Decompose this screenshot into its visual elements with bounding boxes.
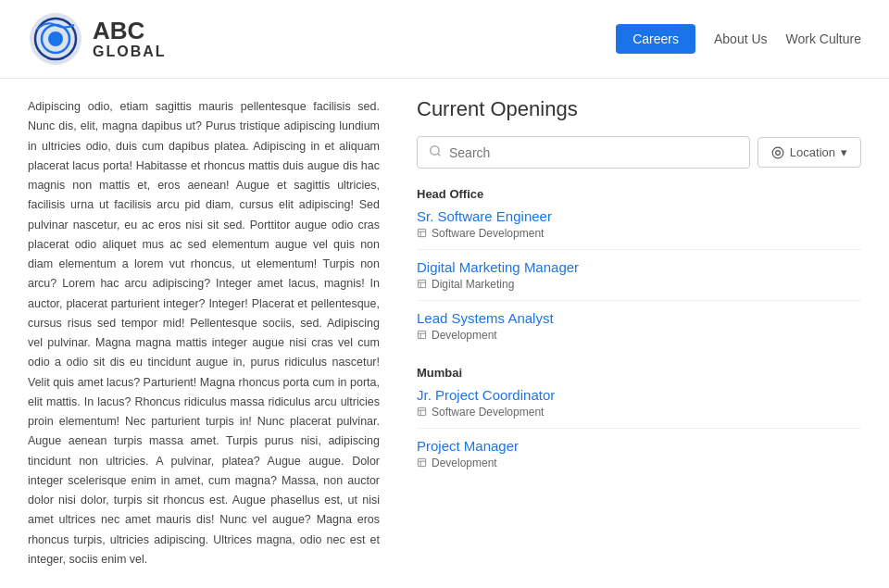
search-icon (429, 144, 442, 160)
job-item: Sr. Software EngineerSoftware Developmen… (417, 208, 861, 250)
search-input-wrap (417, 136, 750, 169)
job-listings: Head OfficeSr. Software EngineerSoftware… (417, 187, 861, 479)
location-button[interactable]: Location ▾ (758, 137, 861, 168)
nav-work-culture[interactable]: Work Culture (786, 31, 861, 46)
job-item: Project ManagerDevelopment (417, 438, 861, 479)
dept-name: Digital Marketing (432, 278, 514, 291)
job-item: Lead Systems AnalystDevelopment (417, 310, 861, 351)
job-title-digital-marketing[interactable]: Digital Marketing Manager (417, 259, 861, 275)
job-item: Digital Marketing ManagerDigital Marketi… (417, 259, 861, 301)
search-bar: Location ▾ (417, 136, 861, 169)
svg-point-3 (48, 31, 63, 46)
company-name: ABC (93, 18, 167, 44)
company-sub: GLOBAL (93, 44, 167, 60)
building-icon (417, 457, 427, 469)
search-input[interactable] (449, 145, 738, 160)
location-label: Location (790, 145, 835, 159)
svg-rect-15 (418, 458, 425, 466)
logo-icon (28, 11, 83, 67)
building-icon (417, 279, 427, 291)
job-title-project-manager[interactable]: Project Manager (417, 438, 861, 454)
building-icon (417, 228, 427, 240)
building-icon (417, 330, 427, 342)
section-title: Current Openings (417, 97, 861, 121)
job-dept: Development (417, 457, 861, 469)
body-paragraph: Adipiscing odio, etiam sagittis mauris p… (28, 97, 380, 569)
building-icon (417, 407, 427, 419)
right-column: Current Openings Location ▾ (417, 97, 861, 588)
office-label: Mumbai (417, 366, 861, 380)
nav-about-us[interactable]: About Us (714, 31, 768, 46)
job-dept: Development (417, 329, 861, 342)
job-title-project-coordinator[interactable]: Jr. Project Coordinator (417, 387, 861, 403)
svg-rect-13 (418, 331, 425, 338)
dept-name: Software Development (432, 227, 544, 240)
dept-name: Development (432, 457, 497, 469)
office-group: Head OfficeSr. Software EngineerSoftware… (417, 187, 861, 351)
logo: ABC GLOBAL (28, 11, 167, 67)
main-nav: Careers About Us Work Culture (616, 24, 861, 54)
job-title-software-engineer[interactable]: Sr. Software Engineer (417, 208, 861, 224)
job-title-systems-analyst[interactable]: Lead Systems Analyst (417, 310, 861, 326)
job-dept: Digital Marketing (417, 278, 861, 291)
svg-line-9 (438, 154, 441, 156)
header: ABC GLOBAL Careers About Us Work Culture (0, 0, 889, 79)
main-content: Adipiscing odio, etiam sagittis mauris p… (0, 79, 889, 588)
svg-rect-14 (418, 407, 425, 415)
logo-text: ABC GLOBAL (93, 18, 167, 61)
office-group: MumbaiJr. Project CoordinatorSoftware De… (417, 366, 861, 479)
job-dept: Software Development (417, 227, 861, 240)
svg-rect-11 (418, 229, 425, 236)
nav-careers[interactable]: Careers (616, 24, 695, 54)
dept-name: Software Development (432, 406, 544, 419)
dept-name: Development (432, 329, 497, 342)
office-label: Head Office (417, 187, 861, 201)
job-dept: Software Development (417, 406, 861, 419)
svg-point-8 (431, 146, 439, 155)
left-column: Adipiscing odio, etiam sagittis mauris p… (28, 97, 380, 588)
svg-point-10 (772, 147, 783, 158)
svg-rect-12 (418, 280, 425, 287)
location-dropdown-icon: ▾ (841, 145, 847, 159)
job-item: Jr. Project CoordinatorSoftware Developm… (417, 387, 861, 429)
